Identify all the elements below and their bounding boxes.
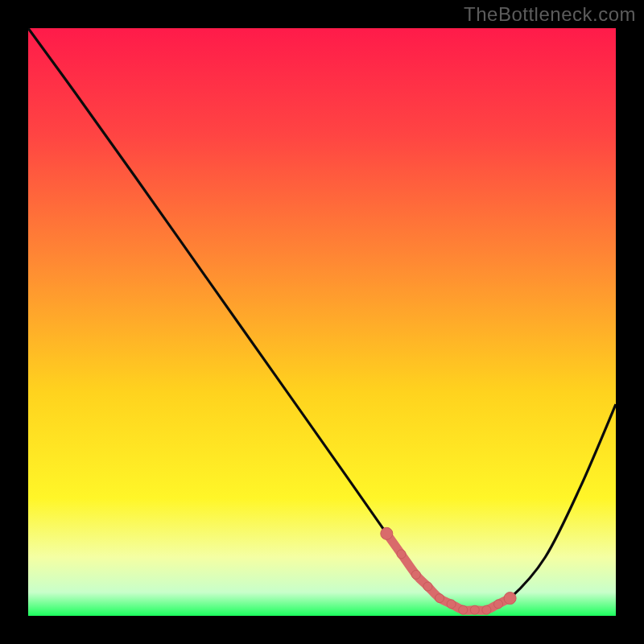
range-marker	[470, 605, 479, 614]
optimal-range-stroke	[386, 534, 510, 610]
range-marker	[423, 582, 432, 591]
curve-layer	[28, 28, 616, 616]
bottleneck-curve	[28, 28, 616, 612]
range-marker	[447, 600, 456, 609]
range-marker	[397, 550, 406, 559]
plot-area	[28, 28, 616, 616]
range-marker	[494, 600, 503, 609]
range-marker	[381, 527, 393, 539]
range-marker	[482, 605, 491, 614]
range-marker	[436, 594, 444, 603]
chart-frame: TheBottleneck.com	[0, 0, 644, 644]
watermark-text: TheBottleneck.com	[464, 3, 636, 26]
range-marker	[459, 605, 468, 614]
range-marker	[504, 592, 516, 605]
optimal-range-markers	[381, 527, 516, 614]
range-marker	[411, 570, 420, 579]
